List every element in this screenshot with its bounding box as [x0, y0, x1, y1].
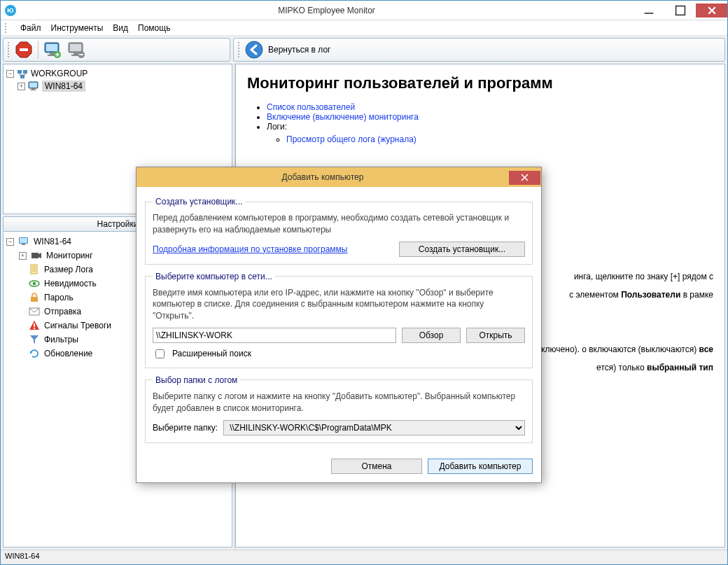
toc-link-users[interactable]: Список пользователей	[267, 102, 355, 112]
collapse-icon[interactable]: −	[6, 238, 14, 246]
monitor-icon	[18, 236, 29, 247]
titlebar: Ю MIPKO Employee Monitor	[1, 1, 727, 20]
warning-icon	[29, 320, 40, 331]
advanced-search-checkbox[interactable]	[155, 349, 164, 358]
toolbar-right-panel: Вернуться в лог	[233, 38, 725, 62]
toc-link-toggle[interactable]: Включение (выключение) мониторинга	[267, 112, 419, 122]
browse-button[interactable]: Обзор	[402, 328, 461, 343]
dialog-title: Добавить компьютер	[136, 172, 509, 182]
tree-node-row[interactable]: + WIN81-64	[6, 80, 229, 92]
settings-password-label: Пароль	[44, 293, 74, 302]
svg-point-30	[33, 282, 36, 285]
svg-rect-11	[74, 53, 78, 55]
svg-rect-35	[34, 328, 35, 329]
monitor-plus-icon	[43, 41, 62, 59]
toc-list: Список пользователей Включение (выключен…	[247, 102, 713, 144]
svg-rect-20	[29, 83, 37, 88]
create-installer-button[interactable]: Создать установщик...	[399, 242, 525, 257]
svg-rect-22	[30, 90, 36, 90]
arrow-left-icon	[245, 41, 263, 59]
refresh-icon	[29, 348, 40, 359]
add-computer-button[interactable]	[43, 40, 62, 60]
settings-alerts-label: Сигналы Тревоги	[44, 321, 111, 330]
group-info: Выберите папку с логом и нажмите на кноп…	[153, 391, 525, 414]
collapse-icon[interactable]: −	[6, 70, 14, 78]
settings-root-label: WIN81-64	[34, 237, 71, 246]
svg-rect-31	[31, 297, 38, 302]
network-icon	[17, 68, 28, 79]
close-button[interactable]	[696, 4, 727, 18]
menubar: Файл Инструменты Вид Помощь	[1, 20, 727, 36]
group-info: Перед добавлением компьютеров в программ…	[153, 212, 525, 236]
install-help-link[interactable]: Подробная информация по установке програ…	[153, 244, 347, 254]
stop-button[interactable]	[14, 40, 34, 60]
computer-name-input[interactable]	[153, 328, 396, 343]
svg-rect-18	[20, 75, 24, 78]
svg-rect-5	[46, 44, 57, 51]
svg-marker-27	[38, 253, 41, 258]
cancel-button[interactable]: Отмена	[331, 459, 422, 474]
maximize-icon	[675, 5, 686, 16]
svg-rect-25	[22, 244, 25, 245]
settings-log-size-label: Размер Лога	[44, 265, 93, 274]
menu-file[interactable]: Файл	[16, 22, 46, 34]
svg-rect-6	[50, 53, 54, 55]
window-controls	[633, 4, 727, 18]
svg-rect-14	[79, 54, 83, 55]
dialog-close-button[interactable]	[509, 171, 540, 185]
statusbar: WIN81-64	[1, 550, 727, 564]
dialog-footer: Отмена Добавить компьютер	[136, 459, 541, 482]
tree-node-label: WIN81-64	[42, 81, 85, 92]
group-legend: Создать установщик...	[153, 197, 245, 207]
monitor-icon	[28, 81, 39, 92]
menu-view[interactable]: Вид	[108, 22, 132, 34]
settings-monitoring-label: Мониторинг	[46, 251, 93, 260]
tree-root-label: WORKGROUP	[31, 69, 88, 78]
tree-root-row[interactable]: − WORKGROUP	[6, 67, 229, 80]
eye-icon	[29, 278, 40, 289]
group-legend: Выбор папки с логом	[153, 375, 240, 385]
dialog-body: Создать установщик... Перед добавлением …	[136, 187, 541, 459]
svg-rect-17	[23, 70, 27, 74]
settings-filters-label: Фильтры	[44, 335, 78, 344]
folder-select[interactable]: \\ZHILINSKY-WORK\C$\ProgramData\MPK	[223, 420, 525, 435]
group-log-folder: Выбор папки с логом Выберите папку с лог…	[145, 375, 533, 443]
menu-tools[interactable]: Инструменты	[47, 22, 108, 34]
camera-icon	[31, 250, 42, 261]
app-icon: Ю	[5, 5, 16, 16]
toc-link-log-view[interactable]: Просмотр общего лога (журнала)	[286, 134, 416, 144]
expand-icon[interactable]: +	[18, 83, 25, 90]
close-icon	[521, 174, 528, 181]
back-button[interactable]	[244, 40, 264, 60]
stop-icon	[15, 41, 33, 59]
remove-computer-button[interactable]	[66, 40, 86, 60]
svg-rect-10	[70, 44, 81, 51]
app-window: Ю MIPKO Employee Monitor Файл Инструмент…	[0, 0, 728, 565]
group-create-installer: Создать установщик... Перед добавлением …	[145, 197, 533, 265]
open-button[interactable]: Открыть	[466, 328, 525, 343]
svg-rect-24	[20, 238, 27, 243]
close-icon	[706, 5, 718, 16]
svg-rect-26	[31, 253, 38, 258]
svg-rect-0	[644, 13, 653, 14]
svg-rect-34	[34, 323, 35, 327]
folder-label: Выберите папку:	[153, 423, 218, 433]
add-computer-button[interactable]: Добавить компьютер	[428, 459, 533, 474]
dialog-titlebar: Добавить компьютер	[136, 167, 541, 187]
group-info: Введите имя компьютера или его IP-адрес,…	[153, 287, 525, 322]
page-title: Мониторинг пользователей и программ	[247, 74, 713, 92]
settings-invisibility-label: Невидимость	[44, 279, 97, 288]
minimize-icon	[643, 5, 654, 16]
expand-icon[interactable]: +	[19, 252, 27, 260]
menu-help[interactable]: Помощь	[134, 22, 174, 34]
toolbar: Вернуться в лог	[1, 36, 727, 64]
group-legend: Выберите компьютер в сети...	[153, 272, 275, 281]
maximize-button[interactable]	[664, 4, 696, 18]
svg-rect-3	[20, 48, 28, 51]
status-text: WIN81-64	[5, 552, 40, 560]
monitor-minus-icon	[67, 41, 85, 59]
envelope-icon	[29, 306, 40, 317]
settings-update-label: Обновление	[44, 349, 92, 358]
svg-point-15	[246, 41, 262, 58]
minimize-button[interactable]	[633, 4, 664, 18]
